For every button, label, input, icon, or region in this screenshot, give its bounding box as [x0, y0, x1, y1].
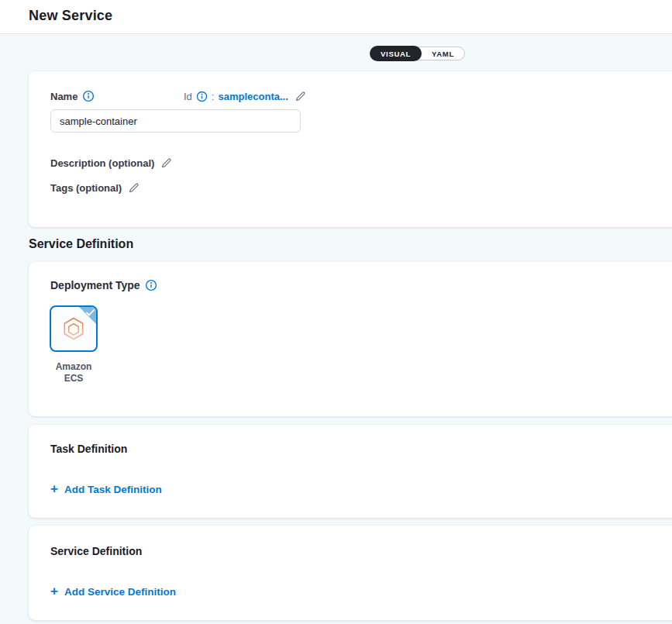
task-definition-heading: Task Definition — [50, 443, 127, 455]
deployment-type-card: Deployment Type Amazon ECS — [29, 262, 672, 416]
name-label: Name — [50, 91, 78, 102]
edit-tags-icon[interactable] — [128, 181, 140, 194]
tags-label: Tags (optional) — [50, 182, 122, 194]
description-label: Description (optional) — [50, 157, 154, 169]
id-row: Id : sampleconta... — [184, 90, 307, 102]
edit-id-icon[interactable] — [295, 90, 307, 102]
page-title: New Service — [29, 8, 112, 24]
deployment-type-label-row: Deployment Type — [50, 279, 157, 291]
deployment-option-caption: Amazon ECS — [50, 361, 98, 384]
plus-icon: + — [50, 586, 58, 597]
deployment-type-info-icon[interactable] — [145, 279, 157, 291]
plus-icon: + — [50, 484, 58, 495]
amazon-ecs-icon — [60, 315, 88, 343]
add-task-definition-button[interactable]: + Add Task Definition — [50, 484, 162, 495]
service-definition-heading: Service Definition — [50, 545, 142, 557]
dialog-header: New Service — [0, 0, 672, 34]
id-label: Id — [184, 91, 192, 102]
edit-description-icon[interactable] — [160, 157, 173, 169]
add-task-definition-label: Add Task Definition — [64, 484, 162, 495]
deployment-type-label: Deployment Type — [50, 279, 140, 291]
id-value: sampleconta... — [218, 91, 288, 102]
visual-yaml-toggle: VISUAL YAML — [370, 47, 465, 60]
id-info-icon[interactable] — [196, 91, 208, 102]
id-colon: : — [212, 91, 215, 102]
service-definition-section-heading: Service Definition — [29, 237, 133, 251]
check-icon — [86, 309, 95, 316]
service-name-input[interactable] — [50, 109, 301, 133]
name-info-icon[interactable] — [82, 90, 95, 102]
task-definition-card: Task Definition + Add Task Definition — [29, 425, 672, 518]
description-row: Description (optional) — [50, 157, 173, 169]
toggle-yaml-button[interactable]: YAML — [422, 47, 464, 60]
deployment-option-amazon-ecs[interactable] — [50, 305, 98, 352]
service-definition-card: Service Definition + Add Service Definit… — [29, 526, 672, 620]
service-overview-card: Name Id : sampleconta... Description (op… — [29, 71, 672, 227]
new-service-form: VISUAL YAML Name Id : sampleconta... Des… — [0, 35, 672, 624]
tags-row: Tags (optional) — [50, 181, 140, 194]
toggle-visual-button[interactable]: VISUAL — [370, 46, 422, 61]
name-label-row: Name — [50, 90, 95, 102]
add-service-definition-button[interactable]: + Add Service Definition — [50, 586, 176, 598]
add-service-definition-label: Add Service Definition — [64, 586, 176, 598]
